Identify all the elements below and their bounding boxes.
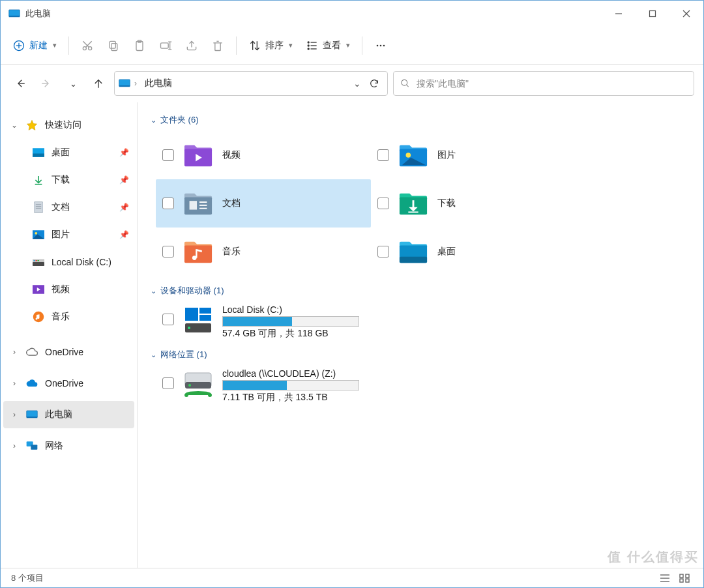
- folder-pictures[interactable]: 图片: [371, 131, 586, 179]
- drive-subtext: 7.11 TB 可用，共 13.5 TB: [222, 392, 359, 404]
- sidebar-label: 快速访问: [45, 119, 81, 131]
- folder-documents[interactable]: 文档: [156, 179, 371, 228]
- sort-label: 排序: [265, 40, 284, 51]
- breadcrumb-this-pc[interactable]: 此电脑: [141, 75, 176, 92]
- tile-label: 音乐: [222, 246, 241, 257]
- sidebar-network[interactable]: › 网络: [3, 432, 134, 460]
- svg-rect-60: [31, 445, 37, 450]
- sidebar-label: 图片: [51, 229, 70, 241]
- search-box[interactable]: [393, 71, 694, 96]
- sort-button[interactable]: 排序 ▾: [242, 33, 299, 59]
- svg-rect-35: [119, 85, 130, 87]
- chevron-right-icon: ›: [10, 379, 19, 388]
- chevron-down-icon: ▾: [53, 41, 57, 50]
- usage-bar: [222, 380, 359, 390]
- sidebar-label: OneDrive: [45, 378, 83, 389]
- separator: [68, 37, 69, 55]
- drive-local-c[interactable]: Local Disk (C:) 57.4 GB 可用，共 118 GB: [156, 302, 690, 342]
- new-button[interactable]: 新建 ▾: [6, 33, 63, 59]
- sidebar-item-local-disk[interactable]: Local Disk (C:): [3, 248, 134, 276]
- network-drive-z[interactable]: cloudlea (\\CLOUDLEA) (Z:) 7.11 TB 可用，共 …: [156, 366, 690, 406]
- svg-point-64: [406, 153, 411, 158]
- group-network-header[interactable]: ⌄ 网络位置 (1): [151, 349, 690, 360]
- more-button[interactable]: [368, 33, 394, 59]
- svg-line-11: [86, 41, 92, 47]
- view-button[interactable]: 查看 ▾: [299, 33, 357, 59]
- group-folders-header[interactable]: ⌄ 文件夹 (6): [151, 114, 690, 126]
- nav-row: ⌄ › 此电脑 ⌄: [1, 65, 703, 102]
- chevron-down-icon: ⌄: [151, 351, 156, 359]
- sidebar-item-pictures[interactable]: 图片 📌: [3, 221, 134, 248]
- forward-button[interactable]: [36, 73, 57, 94]
- minimize-button[interactable]: [602, 1, 636, 27]
- sidebar-this-pc[interactable]: › 此电脑: [3, 401, 134, 428]
- details-view-button[interactable]: [656, 571, 673, 585]
- folder-icon: [397, 139, 430, 171]
- checkbox[interactable]: [162, 377, 174, 389]
- back-button[interactable]: [10, 73, 31, 94]
- svg-marker-38: [27, 121, 37, 130]
- chevron-right-icon: ›: [10, 441, 19, 450]
- svg-rect-51: [34, 260, 35, 261]
- paste-button[interactable]: [126, 33, 153, 59]
- search-icon: [400, 78, 410, 89]
- share-icon: [185, 39, 198, 52]
- up-button[interactable]: [88, 73, 109, 94]
- disk-icon: [32, 256, 45, 269]
- checkbox[interactable]: [162, 246, 174, 257]
- tiles-view-button[interactable]: [676, 571, 693, 585]
- copy-button[interactable]: [100, 33, 126, 59]
- view-icon: [306, 39, 319, 52]
- disk-icon: [182, 304, 214, 337]
- chevron-down-icon[interactable]: ⌄: [353, 78, 361, 89]
- sidebar-label: 此电脑: [45, 409, 72, 420]
- folder-music[interactable]: 音乐: [156, 228, 371, 276]
- sidebar-item-desktop[interactable]: 桌面 📌: [3, 139, 134, 166]
- document-icon: [32, 201, 45, 214]
- svg-point-29: [380, 44, 382, 46]
- cut-button[interactable]: [74, 33, 100, 59]
- checkbox[interactable]: [162, 149, 174, 161]
- sidebar-onedrive-2[interactable]: › OneDrive: [3, 370, 134, 397]
- content-pane: ⌄ 文件夹 (6) 视频 图片 文档: [138, 102, 703, 568]
- folder-desktop[interactable]: 桌面: [371, 228, 586, 276]
- checkbox[interactable]: [377, 149, 389, 161]
- delete-button[interactable]: [205, 33, 231, 59]
- network-disk-icon: [182, 368, 214, 401]
- rename-button[interactable]: [153, 33, 179, 59]
- sidebar-label: 文档: [51, 201, 70, 213]
- tile-label: 图片: [437, 149, 456, 161]
- address-bar[interactable]: › 此电脑 ⌄: [114, 71, 388, 96]
- checkbox[interactable]: [162, 314, 174, 325]
- checkbox[interactable]: [162, 198, 174, 209]
- folder-videos[interactable]: 视频: [156, 131, 371, 179]
- svg-point-23: [308, 45, 309, 46]
- sidebar-item-downloads[interactable]: 下载 📌: [3, 166, 134, 194]
- sidebar-item-videos[interactable]: 视频: [3, 276, 134, 303]
- recent-button[interactable]: ⌄: [62, 73, 83, 94]
- share-button[interactable]: [179, 33, 205, 59]
- close-button[interactable]: [669, 1, 703, 27]
- folder-downloads[interactable]: 下载: [371, 179, 586, 228]
- star-icon: [25, 119, 38, 132]
- checkbox[interactable]: [377, 198, 389, 209]
- svg-rect-81: [199, 315, 211, 321]
- sidebar-item-music[interactable]: 音乐: [3, 303, 134, 331]
- svg-rect-93: [686, 579, 689, 582]
- sidebar-item-documents[interactable]: 文档 📌: [3, 194, 134, 221]
- svg-rect-66: [190, 201, 198, 209]
- drive-label: Local Disk (C:): [222, 304, 359, 315]
- sidebar-quick-access[interactable]: ⌄ 快速访问: [3, 111, 134, 139]
- folder-icon: [397, 235, 430, 268]
- search-input[interactable]: [417, 78, 687, 89]
- checkbox[interactable]: [377, 246, 389, 257]
- group-label: 网络位置 (1): [160, 349, 207, 360]
- maximize-button[interactable]: [636, 1, 669, 27]
- tile-label: 桌面: [437, 246, 456, 257]
- group-devices-header[interactable]: ⌄ 设备和驱动器 (1): [151, 285, 690, 297]
- svg-point-22: [308, 42, 309, 43]
- breadcrumb-sep: ›: [134, 79, 137, 88]
- scissors-icon: [81, 39, 94, 52]
- sidebar-onedrive-1[interactable]: › OneDrive: [3, 338, 134, 366]
- refresh-button[interactable]: [365, 73, 383, 94]
